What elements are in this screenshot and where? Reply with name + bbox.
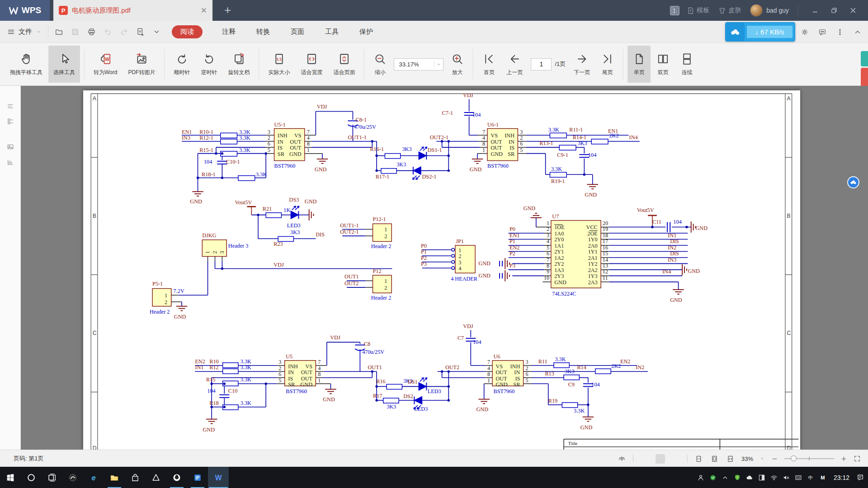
gear-icon[interactable] [801, 28, 809, 36]
ribbon-button-navnext[interactable]: 下一页 [569, 46, 595, 83]
comment-icon[interactable] [818, 28, 826, 36]
pdf-page[interactable]: ABCDABCDEN1IN3R10-1R12-13.3K3.3KR15-13.3… [83, 90, 800, 450]
cloud-sync-float-button[interactable] [847, 176, 859, 188]
wps-logo[interactable]: WPS [0, 0, 50, 21]
folder-icon[interactable] [55, 28, 63, 36]
template-button[interactable]: 模板 [687, 6, 709, 14]
skin-panel-sliver[interactable] [861, 51, 868, 66]
taskbar-appswirl[interactable] [62, 467, 83, 488]
page-number-input[interactable]: 1 [531, 58, 552, 70]
taskbar-edge[interactable]: e [83, 467, 104, 488]
redo-icon[interactable] [120, 28, 128, 36]
taskbar-circleO[interactable] [21, 467, 42, 488]
status-fullscreen[interactable] [854, 455, 861, 462]
status-pgcont-button[interactable] [640, 454, 649, 464]
ribbon-button-fitwidth[interactable]: 适合宽度 [296, 46, 327, 83]
zoom-level-combo[interactable]: 33.17% [394, 58, 443, 70]
svg-text:Header 2: Header 2 [150, 309, 170, 315]
ribbon-button-fitpage[interactable]: 适合页面 [328, 46, 360, 83]
taskbar-explorer[interactable] [104, 467, 125, 488]
chevup-icon[interactable] [854, 28, 862, 36]
menu-tab-3[interactable]: 工具 [325, 28, 339, 36]
taskbar-wpsw[interactable]: W [208, 467, 229, 488]
tray-kblist[interactable] [794, 474, 802, 482]
status-pgdouble-button[interactable] [671, 454, 681, 464]
taskbar-tri[interactable] [146, 467, 166, 488]
menu-tab-1[interactable]: 转换 [256, 28, 270, 36]
tray-shield[interactable] [733, 474, 741, 482]
side-panel-thumbnails[interactable] [6, 117, 14, 126]
maximize-button[interactable] [826, 4, 842, 17]
tab-close-icon[interactable]: ✕ [201, 6, 207, 15]
tray-notification-center[interactable] [856, 474, 864, 482]
document-tab[interactable]: P 电机驱动原理图.pdf ✕ [53, 0, 212, 21]
side-panel-panel-list[interactable] [6, 102, 14, 110]
tray-caretup[interactable] [721, 474, 729, 482]
status-fitsel-button[interactable] [710, 454, 719, 464]
ribbon-button-rotcw[interactable]: 顺时针 [169, 46, 195, 83]
ribbon-button-toimage[interactable]: PDF转图片 [123, 46, 160, 83]
ribbon-button-pagecont[interactable]: 连续 [675, 46, 698, 83]
tray-person[interactable] [697, 474, 705, 482]
ribbon-button-pagedouble[interactable]: 双页 [651, 46, 675, 83]
status-fitw2-button[interactable] [726, 454, 735, 464]
save-icon[interactable] [71, 28, 80, 36]
taskbar-win[interactable] [0, 467, 21, 488]
svg-text:OUT: OUT [495, 369, 507, 375]
exportw-icon[interactable]: W [136, 28, 145, 36]
ribbon-button-rotdoc[interactable]: 旋转文档 [223, 46, 255, 83]
status-pgsingle-button[interactable] [656, 454, 665, 464]
undo-icon[interactable] [104, 28, 112, 36]
ribbon-button-navprev[interactable]: 上一页 [501, 46, 528, 83]
status-zoom-caret[interactable] [760, 456, 765, 461]
user-avatar[interactable] [750, 4, 763, 17]
ribbon-button-toword[interactable]: W转为Word [89, 46, 122, 83]
menu-tab-0[interactable]: 注释 [222, 28, 236, 36]
status-zoom-in[interactable] [840, 455, 847, 462]
tray-wifi[interactable] [770, 474, 778, 482]
skin-button[interactable]: 皮肤 [718, 6, 741, 14]
ribbon-button-cursor[interactable]: 选择工具 [48, 46, 80, 83]
status-zoom-out[interactable] [771, 455, 778, 462]
svg-text:2Y1: 2Y1 [554, 249, 564, 255]
ribbon-button-rotccw[interactable]: 逆时针 [196, 46, 222, 83]
tray-greenapp[interactable] [709, 474, 717, 482]
ribbon-button-zoomout[interactable]: 缩小 [368, 46, 392, 83]
status-size11g-button[interactable]: 1:1 [694, 454, 703, 464]
taskbar-store[interactable] [125, 467, 146, 488]
ribbon-button-zoomin[interactable]: 放大 [446, 46, 469, 83]
tray-zh[interactable]: 中 [807, 474, 815, 482]
user-name[interactable]: bad guy [766, 7, 789, 14]
tray-mbox[interactable]: M [819, 474, 827, 482]
new-tab-button[interactable]: + [224, 3, 231, 17]
menu-tab-4[interactable]: 保护 [359, 28, 373, 36]
ribbon-button-navlast[interactable]: 尾页 [596, 46, 619, 83]
print-icon[interactable] [87, 28, 96, 36]
zoom-caret-icon[interactable] [434, 61, 443, 67]
close-button[interactable] [845, 4, 861, 17]
tray-boxhalf[interactable] [758, 474, 766, 482]
side-panel-charts[interactable] [6, 158, 14, 166]
taskbar-taskview[interactable] [42, 467, 62, 488]
taskbar-qq[interactable] [166, 467, 187, 488]
tray-cloudw[interactable] [745, 474, 754, 482]
tab-read-active[interactable]: 阅读 [172, 25, 203, 38]
ribbon-button-size11[interactable]: 1:1实际大小 [263, 46, 295, 83]
menu-tab-2[interactable]: 页面 [291, 28, 304, 36]
taskbar-clock[interactable]: 23:12 [834, 474, 849, 481]
page-number-box[interactable]: 1/1页 [531, 58, 566, 70]
status-eye-button[interactable] [617, 454, 627, 464]
ribbon-button-hand[interactable]: 拖拽平移工具 [5, 46, 47, 83]
ribbon-button-pagesingle[interactable]: 单页 [627, 46, 651, 83]
ribbon-button-navfirst[interactable]: 首页 [477, 46, 500, 83]
taskbar-bluedoc[interactable] [187, 467, 208, 488]
file-menu[interactable]: 文件 [7, 28, 42, 36]
dotsv-icon[interactable] [836, 28, 844, 36]
tray-mute[interactable] [782, 474, 790, 482]
zoom-slider[interactable] [784, 458, 834, 459]
zoom-slider-knob[interactable] [791, 455, 797, 461]
chevdown-icon[interactable] [152, 28, 161, 36]
side-panel-images[interactable] [6, 143, 14, 151]
minimize-button[interactable] [807, 4, 823, 17]
collab-panel-sliver[interactable] [861, 68, 868, 87]
